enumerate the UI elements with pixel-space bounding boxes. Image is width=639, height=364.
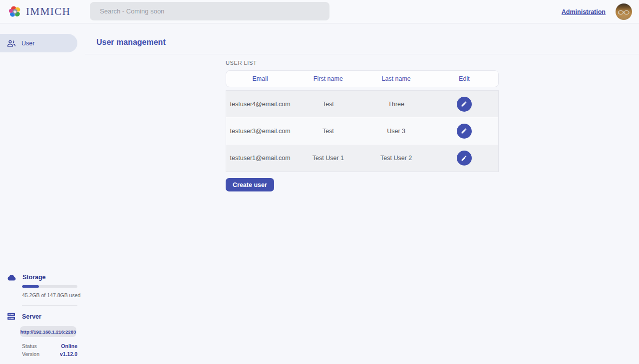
app-title: IMMICH <box>26 5 71 18</box>
column-header-last-name: Last name <box>362 75 430 82</box>
user-table-header: Email First name Last name Edit <box>226 70 499 87</box>
avatar-glasses-icon <box>618 9 630 15</box>
column-header-first-name: First name <box>294 75 362 82</box>
edit-user-button[interactable] <box>457 124 472 139</box>
cell-last-name: Three <box>362 101 430 108</box>
main-content: User management USER LIST Email First na… <box>85 23 639 364</box>
title-divider <box>85 54 639 54</box>
cell-first-name: Test User 1 <box>294 155 362 162</box>
users-group-icon <box>7 40 15 47</box>
server-url-chip[interactable]: http://192.168.1.216:2283 <box>20 326 76 337</box>
pencil-icon <box>461 101 467 107</box>
user-list-label: USER LIST <box>226 60 639 66</box>
server-section-header: Server <box>0 313 85 320</box>
administration-link[interactable]: Administration <box>562 8 606 15</box>
table-row: testuser3@email.com Test User 3 <box>226 118 498 145</box>
user-table-body: testuser4@email.com Test Three testuser3… <box>226 90 499 172</box>
storage-usage-text: 45.2GB of 147.8GB used <box>22 292 85 298</box>
column-header-edit: Edit <box>430 75 498 82</box>
user-table: Email First name Last name Edit testuser… <box>226 70 499 172</box>
top-navigation-bar: IMMICH Administration <box>0 0 639 23</box>
column-header-email: Email <box>226 75 294 82</box>
status-label: Status <box>22 343 37 349</box>
table-row: testuser4@email.com Test Three <box>226 91 498 118</box>
immich-flower-icon <box>8 5 22 18</box>
admin-sidebar: User Storage 45.2GB of 147.8GB used <box>0 23 85 364</box>
pencil-icon <box>461 155 467 162</box>
edit-user-button[interactable] <box>457 151 472 166</box>
sidebar-item-user[interactable]: User <box>0 34 77 52</box>
status-value: Online <box>61 343 77 349</box>
cell-first-name: Test <box>294 128 362 135</box>
cell-email: testuser1@email.com <box>226 155 294 162</box>
cell-email: testuser4@email.com <box>226 101 294 108</box>
sidebar-item-user-label: User <box>21 40 34 47</box>
storage-section-header: Storage <box>0 274 85 281</box>
cloud-icon <box>7 274 16 281</box>
edit-user-button[interactable] <box>457 97 472 112</box>
sidebar-footer: Storage 45.2GB of 147.8GB used Server ht… <box>0 274 85 358</box>
pencil-icon <box>461 128 467 134</box>
cell-first-name: Test <box>294 101 362 108</box>
server-version-row: Version v1.12.0 <box>22 350 77 358</box>
cell-last-name: User 3 <box>362 128 430 135</box>
app-logo[interactable]: IMMICH <box>0 5 81 18</box>
storage-progress-fill <box>22 285 39 288</box>
version-value: v1.12.0 <box>60 351 77 357</box>
server-title: Server <box>22 313 41 320</box>
search-input[interactable] <box>90 2 329 20</box>
storage-title: Storage <box>22 274 46 281</box>
storage-progress-bar <box>22 285 77 288</box>
version-label: Version <box>22 351 39 357</box>
sidebar-divider <box>22 305 77 306</box>
cell-email: testuser3@email.com <box>226 128 294 135</box>
page-title: User management <box>85 23 639 47</box>
user-avatar[interactable] <box>616 3 632 20</box>
cell-last-name: Test User 2 <box>362 155 430 162</box>
table-row: testuser1@email.com Test User 1 Test Use… <box>226 145 498 172</box>
server-icon <box>7 313 15 320</box>
create-user-button[interactable]: Create user <box>226 178 274 191</box>
server-status-row: Status Online <box>22 342 77 350</box>
